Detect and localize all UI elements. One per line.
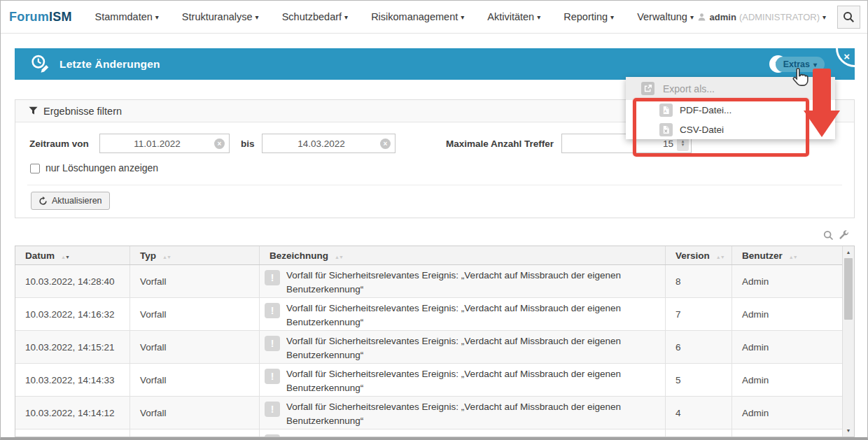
sort-desc-icon: ▼ — [65, 255, 69, 260]
nav-item-schutzbedarf[interactable]: Schutzbedarf▾ — [282, 11, 348, 22]
history-edit-icon — [30, 54, 51, 75]
clear-icon[interactable]: × — [214, 139, 225, 149]
sort-desc-icon: ▼ — [720, 255, 724, 260]
exclamation-icon: ! — [265, 336, 280, 351]
cell-typ: Vorfall — [130, 397, 260, 429]
extras-dropdown-menu: Export als... A PDF-Datei... CSV-Datei — [626, 77, 835, 139]
sort-icons: ▲▼ — [162, 250, 171, 261]
table-scrollbar[interactable]: ▲ ▼ — [842, 246, 854, 437]
cell-datum: 10.03.2022, 14:14:33 — [15, 364, 130, 396]
menu-group-export: Export als... — [626, 77, 835, 100]
cell-benutzer: Admin — [732, 331, 843, 363]
scroll-down-icon[interactable]: ▼ — [843, 425, 854, 436]
pdf-file-icon: A — [659, 104, 673, 117]
cell-version: 6 — [666, 331, 732, 363]
stepper-down-icon: ▼ — [681, 143, 685, 147]
table-row-partial[interactable] — [15, 430, 854, 437]
top-nav: ForumISM Stammdaten▾ Strukturanalyse▾ Sc… — [1, 1, 867, 34]
table-row[interactable]: 10.03.2022, 14:14:12 Vorfall !Vorfall fü… — [15, 397, 854, 430]
caret-down-icon: ▾ — [155, 13, 159, 21]
table-row[interactable]: 10.03.2022, 14:14:33 Vorfall !Vorfall fü… — [15, 364, 854, 397]
cell-datum — [15, 430, 130, 437]
caret-down-icon: ▾ — [822, 13, 826, 21]
column-header-benutzer[interactable]: Benutzer▲▼ — [732, 246, 843, 264]
sort-desc-icon: ▼ — [339, 255, 343, 260]
column-header-datum[interactable]: Datum▲▼ — [15, 246, 130, 264]
user-menu[interactable]: admin (ADMINISTRATOR) ▾ — [697, 12, 826, 22]
cell-benutzer: Admin — [732, 397, 843, 429]
nav-right: admin (ADMINISTRATOR) ▾ — [697, 6, 860, 29]
nav-menu: Stammdaten▾ Strukturanalyse▾ Schutzbedar… — [95, 11, 694, 22]
cell-bezeichnung: !Vorfall für Sicherheitsrelevantes Ereig… — [260, 298, 666, 330]
table-settings-wrench-icon[interactable] — [839, 230, 849, 241]
extras-button[interactable]: Extras▾ — [776, 57, 825, 72]
column-header-bezeichnung[interactable]: Bezeichnung▲▼ — [260, 246, 666, 264]
table-header-row: Datum▲▼ Typ▲▼ Bezeichnung▲▼ Version▲▼ Be… — [15, 246, 854, 265]
cell-typ: Vorfall — [130, 298, 260, 330]
cell-benutzer: Admin — [732, 265, 843, 297]
user-icon — [697, 13, 706, 22]
cell-datum: 10.03.2022, 14:15:21 — [15, 331, 130, 363]
sort-desc-icon: ▼ — [167, 255, 171, 260]
cell-typ: Vorfall — [130, 265, 260, 297]
close-button[interactable]: × — [844, 50, 850, 62]
exclamation-icon: ! — [265, 303, 280, 318]
nav-item-verwaltung[interactable]: Verwaltung▾ — [637, 11, 694, 22]
user-role: (ADMINISTRATOR) — [739, 12, 820, 22]
logo-part-ism: ISM — [49, 10, 72, 24]
nav-item-aktivitaeten[interactable]: Aktivitäten▾ — [487, 11, 540, 22]
date-from-input[interactable]: 11.01.2022 × — [99, 134, 230, 153]
export-icon — [641, 82, 654, 95]
clear-icon[interactable]: × — [380, 139, 391, 149]
table-search-icon[interactable] — [823, 230, 834, 241]
table-row[interactable]: 10.03.2022, 14:28:40 Vorfall !Vorfall fü… — [15, 265, 854, 298]
search-button[interactable] — [837, 6, 860, 29]
app-logo[interactable]: ForumISM — [9, 10, 72, 24]
cell-version: 7 — [666, 298, 732, 330]
cell-version: 4 — [666, 397, 732, 429]
column-header-typ[interactable]: Typ▲▼ — [130, 246, 260, 264]
cell-bezeichnung — [260, 430, 666, 437]
nav-item-strukturanalyse[interactable]: Strukturanalyse▾ — [182, 11, 259, 22]
refresh-button[interactable]: Aktualisieren — [31, 192, 110, 210]
caret-down-icon: ▾ — [610, 13, 614, 21]
caret-down-icon: ▾ — [255, 13, 259, 21]
date-to-label: bis — [241, 139, 255, 149]
cell-typ: Vorfall — [130, 331, 260, 363]
scrollbar-thumb[interactable] — [844, 258, 853, 320]
exclamation-icon: ! — [265, 402, 280, 417]
caret-down-icon: ▾ — [344, 13, 348, 21]
nav-item-risikomanagement[interactable]: Risikomanagement▾ — [371, 11, 464, 22]
cell-benutzer: Admin — [732, 298, 843, 330]
menu-item-pdf[interactable]: A PDF-Datei... — [626, 100, 835, 120]
menu-item-csv[interactable]: CSV-Datei — [626, 120, 835, 139]
only-deletions-checkbox[interactable] — [30, 164, 40, 173]
exclamation-icon: ! — [265, 270, 280, 285]
column-header-version[interactable]: Version▲▼ — [666, 246, 732, 264]
exclamation-icon: ! — [265, 369, 280, 384]
caret-down-icon: ▾ — [690, 13, 694, 21]
cell-benutzer — [732, 430, 843, 437]
cell-version: 5 — [666, 364, 732, 396]
cell-typ — [130, 430, 260, 437]
cell-datum: 10.03.2022, 14:16:32 — [15, 298, 130, 330]
scroll-up-icon[interactable]: ▲ — [843, 247, 854, 257]
sort-icons: ▲▼ — [789, 250, 797, 261]
table-row[interactable]: 10.03.2022, 14:15:21 Vorfall !Vorfall fü… — [15, 331, 854, 364]
caret-down-icon: ▾ — [813, 61, 817, 69]
date-from-value: 11.01.2022 — [100, 139, 214, 149]
cell-bezeichnung: !Vorfall für Sicherheitsrelevantes Ereig… — [260, 397, 666, 429]
refresh-icon — [38, 197, 48, 206]
date-from-label: Zeitraum von — [29, 139, 89, 149]
search-icon — [843, 11, 855, 23]
nav-item-stammdaten[interactable]: Stammdaten▾ — [95, 11, 159, 22]
table-tools — [823, 230, 849, 241]
cell-bezeichnung: !Vorfall für Sicherheitsrelevantes Ereig… — [260, 331, 666, 363]
date-to-input[interactable]: 14.03.2022 × — [262, 134, 396, 153]
cell-datum: 10.03.2022, 14:28:40 — [15, 265, 130, 297]
sort-icons: ▲▼ — [716, 250, 724, 261]
nav-item-reporting[interactable]: Reporting▾ — [564, 11, 614, 22]
filter-title: Ergebnisse filtern — [43, 106, 122, 117]
results-table: Datum▲▼ Typ▲▼ Bezeichnung▲▼ Version▲▼ Be… — [15, 246, 855, 437]
table-row[interactable]: 10.03.2022, 14:16:32 Vorfall !Vorfall fü… — [15, 298, 854, 331]
